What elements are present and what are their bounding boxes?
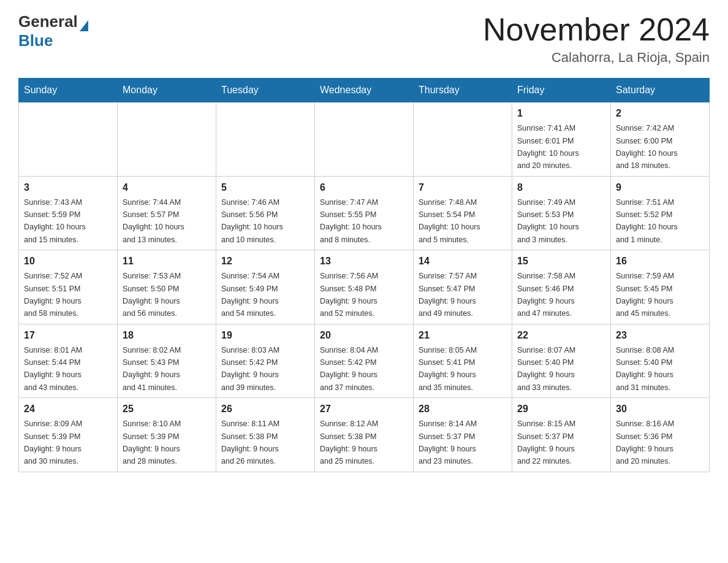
day-info: Sunrise: 8:08 AM Sunset: 5:40 PM Dayligh…: [616, 346, 674, 392]
week-row-4: 17Sunrise: 8:01 AM Sunset: 5:44 PM Dayli…: [19, 324, 710, 398]
column-header-thursday: Thursday: [414, 79, 512, 102]
day-number: 7: [419, 180, 507, 195]
day-info: Sunrise: 7:52 AM Sunset: 5:51 PM Dayligh…: [24, 272, 82, 318]
day-number: 14: [419, 254, 507, 269]
logo-triangle-icon: [80, 20, 88, 31]
day-info: Sunrise: 7:53 AM Sunset: 5:50 PM Dayligh…: [123, 272, 181, 318]
day-cell: 13Sunrise: 7:56 AM Sunset: 5:48 PM Dayli…: [315, 250, 414, 324]
day-number: 25: [123, 402, 211, 416]
day-number: 22: [517, 328, 605, 343]
day-info: Sunrise: 7:57 AM Sunset: 5:47 PM Dayligh…: [419, 272, 477, 318]
calendar-header-row: SundayMondayTuesdayWednesdayThursdayFrid…: [19, 79, 710, 102]
day-number: 27: [320, 402, 408, 416]
page-header: General Blue November 2024 Calahorra, La…: [18, 12, 710, 66]
day-number: 2: [616, 106, 704, 121]
day-number: 23: [616, 328, 704, 343]
day-info: Sunrise: 8:12 AM Sunset: 5:38 PM Dayligh…: [320, 419, 378, 465]
day-cell: 17Sunrise: 8:01 AM Sunset: 5:44 PM Dayli…: [19, 324, 118, 398]
day-info: Sunrise: 8:10 AM Sunset: 5:39 PM Dayligh…: [123, 419, 181, 465]
day-cell: 7Sunrise: 7:48 AM Sunset: 5:54 PM Daylig…: [414, 176, 512, 250]
week-row-3: 10Sunrise: 7:52 AM Sunset: 5:51 PM Dayli…: [19, 250, 710, 324]
day-info: Sunrise: 8:09 AM Sunset: 5:39 PM Dayligh…: [24, 419, 82, 465]
day-cell: 2Sunrise: 7:42 AM Sunset: 6:00 PM Daylig…: [611, 102, 710, 177]
day-number: 13: [320, 254, 408, 269]
day-number: 16: [616, 254, 704, 269]
calendar-title-area: November 2024 Calahorra, La Rioja, Spain: [483, 12, 710, 66]
week-row-5: 24Sunrise: 8:09 AM Sunset: 5:39 PM Dayli…: [19, 398, 710, 472]
day-info: Sunrise: 7:43 AM Sunset: 5:59 PM Dayligh…: [24, 198, 86, 244]
day-cell: 28Sunrise: 8:14 AM Sunset: 5:37 PM Dayli…: [414, 398, 512, 472]
day-info: Sunrise: 7:41 AM Sunset: 6:01 PM Dayligh…: [517, 124, 579, 170]
day-number: 24: [24, 402, 112, 416]
day-cell: 10Sunrise: 7:52 AM Sunset: 5:51 PM Dayli…: [19, 250, 118, 324]
day-number: 11: [123, 254, 211, 269]
day-number: 28: [419, 402, 507, 416]
day-number: 21: [419, 328, 507, 343]
day-cell: 14Sunrise: 7:57 AM Sunset: 5:47 PM Dayli…: [414, 250, 512, 324]
day-cell: 5Sunrise: 7:46 AM Sunset: 5:56 PM Daylig…: [216, 176, 315, 250]
day-cell: 11Sunrise: 7:53 AM Sunset: 5:50 PM Dayli…: [118, 250, 216, 324]
day-number: 26: [221, 402, 309, 416]
month-title: November 2024: [483, 12, 710, 47]
day-info: Sunrise: 7:49 AM Sunset: 5:53 PM Dayligh…: [517, 198, 579, 244]
day-number: 30: [616, 402, 704, 416]
day-number: 20: [320, 328, 408, 343]
day-cell: 27Sunrise: 8:12 AM Sunset: 5:38 PM Dayli…: [315, 398, 414, 472]
column-header-wednesday: Wednesday: [315, 79, 414, 102]
day-info: Sunrise: 8:05 AM Sunset: 5:41 PM Dayligh…: [419, 346, 477, 392]
day-cell: 29Sunrise: 8:15 AM Sunset: 5:37 PM Dayli…: [512, 398, 611, 472]
day-number: 5: [221, 180, 309, 195]
day-cell: [19, 102, 118, 177]
column-header-friday: Friday: [512, 79, 611, 102]
day-cell: 24Sunrise: 8:09 AM Sunset: 5:39 PM Dayli…: [19, 398, 118, 472]
day-info: Sunrise: 7:42 AM Sunset: 6:00 PM Dayligh…: [616, 124, 678, 170]
column-header-sunday: Sunday: [19, 79, 118, 102]
day-cell: 12Sunrise: 7:54 AM Sunset: 5:49 PM Dayli…: [216, 250, 315, 324]
column-header-saturday: Saturday: [611, 79, 710, 102]
week-row-1: 1Sunrise: 7:41 AM Sunset: 6:01 PM Daylig…: [19, 102, 710, 177]
day-number: 12: [221, 254, 309, 269]
day-info: Sunrise: 7:56 AM Sunset: 5:48 PM Dayligh…: [320, 272, 378, 318]
day-cell: 26Sunrise: 8:11 AM Sunset: 5:38 PM Dayli…: [216, 398, 315, 472]
day-cell: 3Sunrise: 7:43 AM Sunset: 5:59 PM Daylig…: [19, 176, 118, 250]
day-info: Sunrise: 8:14 AM Sunset: 5:37 PM Dayligh…: [419, 419, 477, 465]
day-info: Sunrise: 7:51 AM Sunset: 5:52 PM Dayligh…: [616, 198, 678, 244]
day-cell: [414, 102, 512, 177]
day-number: 17: [24, 328, 112, 343]
day-cell: 6Sunrise: 7:47 AM Sunset: 5:55 PM Daylig…: [315, 176, 414, 250]
day-cell: [118, 102, 216, 177]
day-info: Sunrise: 7:48 AM Sunset: 5:54 PM Dayligh…: [419, 198, 480, 244]
day-info: Sunrise: 8:15 AM Sunset: 5:37 PM Dayligh…: [517, 419, 575, 465]
day-number: 29: [517, 402, 605, 416]
day-number: 6: [320, 180, 408, 195]
day-number: 4: [123, 180, 211, 195]
day-info: Sunrise: 8:07 AM Sunset: 5:40 PM Dayligh…: [517, 346, 575, 392]
day-info: Sunrise: 7:47 AM Sunset: 5:55 PM Dayligh…: [320, 198, 382, 244]
day-info: Sunrise: 7:44 AM Sunset: 5:57 PM Dayligh…: [123, 198, 184, 244]
day-cell: 15Sunrise: 7:58 AM Sunset: 5:46 PM Dayli…: [512, 250, 611, 324]
day-info: Sunrise: 8:16 AM Sunset: 5:36 PM Dayligh…: [616, 419, 674, 465]
day-cell: 4Sunrise: 7:44 AM Sunset: 5:57 PM Daylig…: [118, 176, 216, 250]
day-cell: 21Sunrise: 8:05 AM Sunset: 5:41 PM Dayli…: [414, 324, 512, 398]
day-number: 10: [24, 254, 112, 269]
day-info: Sunrise: 8:03 AM Sunset: 5:42 PM Dayligh…: [221, 346, 279, 392]
day-info: Sunrise: 8:11 AM Sunset: 5:38 PM Dayligh…: [221, 419, 279, 465]
day-info: Sunrise: 7:46 AM Sunset: 5:56 PM Dayligh…: [221, 198, 283, 244]
day-number: 15: [517, 254, 605, 269]
day-cell: 9Sunrise: 7:51 AM Sunset: 5:52 PM Daylig…: [611, 176, 710, 250]
day-cell: [315, 102, 414, 177]
day-number: 18: [123, 328, 211, 343]
day-cell: 19Sunrise: 8:03 AM Sunset: 5:42 PM Dayli…: [216, 324, 315, 398]
day-number: 19: [221, 328, 309, 343]
day-cell: 8Sunrise: 7:49 AM Sunset: 5:53 PM Daylig…: [512, 176, 611, 250]
logo: General Blue: [18, 12, 88, 50]
calendar-table: SundayMondayTuesdayWednesdayThursdayFrid…: [18, 78, 710, 472]
day-info: Sunrise: 8:04 AM Sunset: 5:42 PM Dayligh…: [320, 346, 378, 392]
day-cell: 18Sunrise: 8:02 AM Sunset: 5:43 PM Dayli…: [118, 324, 216, 398]
day-info: Sunrise: 8:02 AM Sunset: 5:43 PM Dayligh…: [123, 346, 181, 392]
column-header-monday: Monday: [118, 79, 216, 102]
day-info: Sunrise: 7:58 AM Sunset: 5:46 PM Dayligh…: [517, 272, 575, 318]
day-cell: 23Sunrise: 8:08 AM Sunset: 5:40 PM Dayli…: [611, 324, 710, 398]
day-cell: [216, 102, 315, 177]
location-title: Calahorra, La Rioja, Spain: [483, 50, 710, 66]
